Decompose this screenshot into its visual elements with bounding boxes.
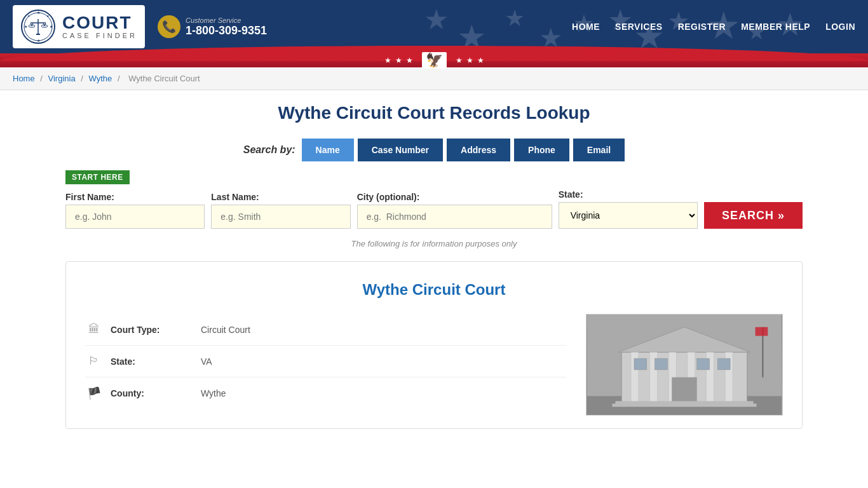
wave-banner: ★ ★ ★ 🦅 ★ ★ ★: [0, 53, 868, 67]
breadcrumb-sep-2: /: [81, 74, 85, 83]
state-group: State: AlabamaAlaskaArizonaArkansas Cali…: [559, 189, 698, 229]
nav-login[interactable]: LOGIN: [825, 22, 855, 32]
state-select[interactable]: AlabamaAlaskaArizonaArkansas CaliforniaC…: [559, 202, 698, 229]
main-nav: HOME SERVICES REGISTER MEMBER HELP LOGIN: [572, 22, 855, 32]
first-name-label: First Name:: [65, 192, 205, 202]
state-row: 🏳 State: VA: [85, 346, 567, 377]
state-detail-label: State:: [111, 356, 193, 367]
breadcrumb: Home / Virginia / Wythe / Wythe Circuit …: [0, 67, 868, 90]
info-note: The following is for information purpose…: [65, 239, 803, 248]
star-icon: ★: [466, 56, 473, 65]
star-icon: ★: [505, 5, 525, 32]
header-left: ★ ★ ★ ★ ★ ★ COURT CASE FINDER: [13, 5, 267, 48]
eagle-icon: 🦅: [422, 52, 447, 69]
site-header: ★ ★ ★ ★ ★ ★ ★ ★ ★ ★ ★ ★ ★ ★ ★ ★ ★: [0, 0, 868, 53]
county-value: Wythe: [201, 388, 226, 398]
court-info-section: Wythe Circuit Court 🏛 Court Type: Circui…: [65, 261, 803, 429]
cs-text: Customer Service 1-800-309-9351: [186, 17, 267, 37]
stars-left: ★ ★ ★: [384, 56, 413, 65]
start-here-badge: START HERE: [65, 170, 803, 189]
svg-rect-16: [36, 34, 40, 35]
star-icon: ★: [406, 56, 413, 65]
last-name-group: Last Name:: [211, 192, 350, 229]
nav-services[interactable]: SERVICES: [615, 22, 663, 32]
svg-text:★: ★: [27, 14, 31, 18]
flag-icon: 🏳: [85, 355, 103, 368]
main-content: Wythe Circuit Court Records Lookup Searc…: [53, 90, 815, 442]
page-title: Wythe Circuit Court Records Lookup: [65, 103, 803, 123]
county-row: 🏴 County: Wythe: [85, 377, 567, 409]
court-details: 🏛 Court Type: Circuit Court 🏳 State: VA …: [85, 314, 567, 409]
breadcrumb-current: Wythe Circuit Court: [128, 74, 200, 83]
star-icon: ★: [477, 56, 484, 65]
tab-case-number[interactable]: Case Number: [358, 139, 443, 161]
stars-right: ★ ★ ★: [456, 56, 484, 65]
logo-text: COURT CASE FINDER: [62, 14, 137, 39]
court-type-row: 🏛 Court Type: Circuit Court: [85, 314, 567, 346]
building-svg: [587, 315, 782, 415]
search-form: First Name: Last Name: City (optional): …: [65, 189, 803, 229]
breadcrumb-wythe[interactable]: Wythe: [89, 74, 112, 83]
county-label: County:: [111, 388, 193, 398]
search-button[interactable]: SEARCH »: [704, 202, 803, 229]
court-type-value: Circuit Court: [201, 325, 250, 335]
svg-text:★: ★: [37, 39, 40, 43]
nav-register[interactable]: REGISTER: [678, 22, 726, 32]
state-label: State:: [559, 189, 698, 200]
star-icon: ★: [395, 56, 402, 65]
star-icon: ★: [424, 3, 449, 36]
svg-rect-35: [717, 358, 730, 370]
nav-home[interactable]: HOME: [572, 22, 600, 32]
svg-rect-32: [634, 358, 647, 370]
court-section-title: Wythe Circuit Court: [85, 281, 783, 299]
svg-rect-27: [672, 377, 697, 403]
breadcrumb-virginia[interactable]: Virginia: [48, 74, 76, 83]
court-info-body: 🏛 Court Type: Circuit Court 🏳 State: VA …: [85, 314, 783, 416]
breadcrumb-sep-1: /: [40, 74, 44, 83]
first-name-input[interactable]: [65, 205, 205, 229]
court-type-label: Court Type:: [111, 325, 193, 335]
svg-text:★: ★: [24, 25, 27, 29]
breadcrumb-sep-3: /: [118, 74, 122, 83]
svg-rect-34: [697, 358, 710, 370]
tab-name[interactable]: Name: [302, 139, 354, 161]
svg-text:★: ★: [37, 11, 40, 15]
tab-phone[interactable]: Phone: [514, 139, 569, 161]
tab-email[interactable]: Email: [573, 139, 625, 161]
state-detail-value: VA: [201, 356, 212, 367]
logo[interactable]: ★ ★ ★ ★ ★ ★ COURT CASE FINDER: [13, 5, 145, 48]
phone-icon: 📞: [158, 15, 180, 38]
star-icon: ★: [607, 3, 633, 37]
star-icon: ★: [456, 56, 463, 65]
cs-label: Customer Service: [186, 17, 267, 24]
map-icon: 🏴: [85, 386, 103, 400]
tab-address[interactable]: Address: [447, 139, 510, 161]
last-name-input[interactable]: [211, 205, 350, 229]
star-icon: ★: [384, 56, 391, 65]
nav-member-help[interactable]: MEMBER HELP: [741, 22, 810, 32]
svg-text:★: ★: [50, 25, 53, 29]
breadcrumb-home[interactable]: Home: [13, 74, 35, 83]
courthouse-icon: 🏛: [85, 323, 103, 336]
logo-court-label: COURT: [62, 14, 137, 32]
city-label: City (optional):: [357, 192, 552, 202]
cs-phone: 1-800-309-9351: [186, 24, 267, 37]
search-by-row: Search by: Name Case Number Address Phon…: [65, 139, 803, 161]
customer-service: 📞 Customer Service 1-800-309-9351: [158, 15, 267, 38]
svg-rect-33: [655, 358, 668, 370]
city-input[interactable]: [357, 205, 552, 229]
city-group: City (optional):: [357, 192, 552, 229]
start-here-label: START HERE: [65, 170, 130, 184]
seal-icon: ★ ★ ★ ★ ★ ★: [20, 9, 56, 44]
svg-rect-29: [612, 403, 756, 407]
last-name-label: Last Name:: [211, 192, 350, 202]
logo-case-finder-label: CASE FINDER: [62, 32, 137, 39]
first-name-group: First Name:: [65, 192, 205, 229]
eagle-banner: ★ ★ ★ 🦅 ★ ★ ★: [384, 52, 484, 69]
svg-rect-31: [756, 327, 768, 336]
court-image: [586, 314, 783, 416]
search-by-label: Search by:: [243, 144, 295, 156]
